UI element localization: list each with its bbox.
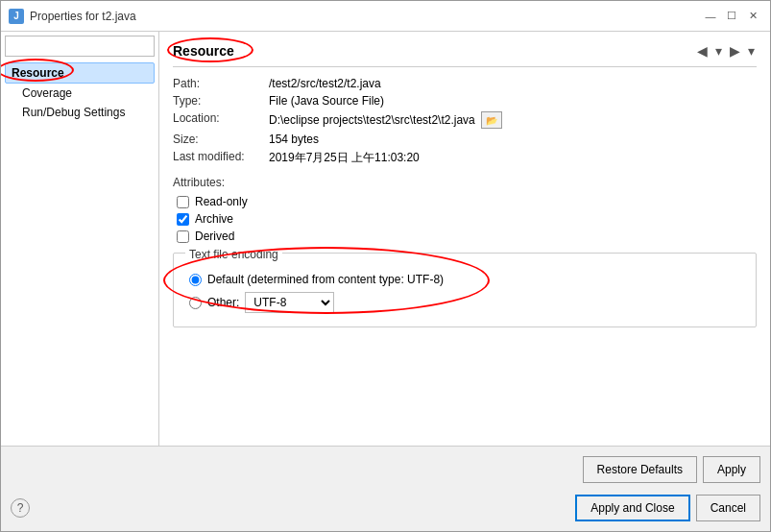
nav-dropdown-button[interactable]: ▾ xyxy=(713,41,724,60)
default-encoding-radio[interactable] xyxy=(189,274,202,286)
title-bar-controls: — ☐ ✕ xyxy=(701,7,762,26)
sidebar-resource-label: Resource xyxy=(12,66,64,80)
bottom-row-2: ? Apply and Close Cancel xyxy=(11,491,760,525)
archive-label: Archive xyxy=(195,212,233,226)
encoding-section: Text file encoding Default (determined f… xyxy=(173,253,757,327)
derived-checkbox[interactable] xyxy=(177,230,189,243)
content-header: Resource ◀ ▾ ▶ ▾ xyxy=(173,41,757,67)
size-value: 154 bytes xyxy=(269,133,319,146)
default-encoding-row: Default (determined from content type: U… xyxy=(185,273,744,286)
bottom-row-1: Restore Defaults Apply xyxy=(11,452,760,487)
modified-row: Last modified: 2019年7月25日 上午11:03:20 xyxy=(173,150,757,166)
apply-button[interactable]: Apply xyxy=(703,456,760,483)
cancel-button[interactable]: Cancel xyxy=(696,495,760,521)
modified-value: 2019年7月25日 上午11:03:20 xyxy=(269,150,420,166)
nav-dropdown2-button[interactable]: ▾ xyxy=(746,41,757,60)
encoding-title: Text file encoding xyxy=(185,248,282,261)
maximize-button[interactable]: ☐ xyxy=(722,7,741,26)
minimize-button[interactable]: — xyxy=(701,7,720,26)
title-bar-left: J Properties for t2.java xyxy=(9,9,136,24)
content-area: Resource ◀ ▾ ▶ ▾ Path: /test2/src/test2/… xyxy=(159,32,770,446)
archive-checkbox[interactable] xyxy=(177,213,189,226)
sidebar-search-input[interactable] xyxy=(5,36,155,57)
type-value: File (Java Source File) xyxy=(269,94,384,108)
derived-row: Derived xyxy=(173,230,757,243)
other-encoding-label: Other: xyxy=(207,296,239,309)
sidebar-item-resource[interactable]: Resource xyxy=(5,62,155,84)
other-encoding-radio[interactable] xyxy=(189,297,202,309)
properties-window: J Properties for t2.java — ☐ ✕ Resource … xyxy=(0,0,771,532)
title-bar: J Properties for t2.java — ☐ ✕ xyxy=(1,1,770,32)
content-title: Resource xyxy=(173,43,234,59)
bottom-bar: Restore Defaults Apply ? Apply and Close… xyxy=(1,446,770,531)
browse-button[interactable]: 📂 xyxy=(481,111,502,129)
nav-forward-button[interactable]: ▶ xyxy=(728,41,742,60)
readonly-checkbox[interactable] xyxy=(177,196,189,208)
location-value: D:\eclipse projects\test2\src\test2\t2.j… xyxy=(269,111,502,129)
nav-back-button[interactable]: ◀ xyxy=(695,41,710,60)
encoding-wrapper: Text file encoding Default (determined f… xyxy=(173,253,757,327)
derived-label: Derived xyxy=(195,230,234,243)
location-row: Location: D:\eclipse projects\test2\src\… xyxy=(173,111,757,129)
path-label: Path: xyxy=(173,77,269,90)
encoding-select[interactable]: UTF-8 UTF-16 ISO-8859-1 xyxy=(245,292,334,313)
main-content: Resource Coverage Run/Debug Settings Res… xyxy=(1,32,770,446)
path-value: /test2/src/test2/t2.java xyxy=(269,77,381,90)
close-button[interactable]: ✕ xyxy=(743,7,762,26)
window-title: Properties for t2.java xyxy=(30,10,136,23)
type-label: Type: xyxy=(173,94,269,108)
restore-defaults-button[interactable]: Restore Defaults xyxy=(583,456,697,483)
apply-close-button[interactable]: Apply and Close xyxy=(575,495,689,521)
sidebar-item-run-debug[interactable]: Run/Debug Settings xyxy=(5,103,155,122)
modified-label: Last modified: xyxy=(173,150,269,163)
default-encoding-label: Default (determined from content type: U… xyxy=(207,273,444,286)
help-button[interactable]: ? xyxy=(11,498,30,518)
sidebar-item-coverage[interactable]: Coverage xyxy=(5,84,155,103)
location-label: Location: xyxy=(173,111,269,125)
readonly-label: Read-only xyxy=(195,195,248,208)
size-label: Size: xyxy=(173,133,269,146)
attributes-label: Attributes: xyxy=(173,176,757,189)
readonly-row: Read-only xyxy=(173,195,757,208)
size-row: Size: 154 bytes xyxy=(173,133,757,146)
info-table: Path: /test2/src/test2/t2.java Type: Fil… xyxy=(173,77,757,166)
archive-row: Archive xyxy=(173,212,757,226)
window-icon: J xyxy=(9,9,24,24)
sidebar-resource-wrapper: Resource xyxy=(5,62,155,84)
path-row: Path: /test2/src/test2/t2.java xyxy=(173,77,757,90)
nav-arrows: ◀ ▾ ▶ ▾ xyxy=(695,41,757,60)
type-row: Type: File (Java Source File) xyxy=(173,94,757,108)
other-encoding-row: Other: UTF-8 UTF-16 ISO-8859-1 xyxy=(185,292,744,313)
content-header-wrapper: Resource ◀ ▾ ▶ ▾ xyxy=(173,41,757,67)
sidebar: Resource Coverage Run/Debug Settings xyxy=(1,32,159,446)
